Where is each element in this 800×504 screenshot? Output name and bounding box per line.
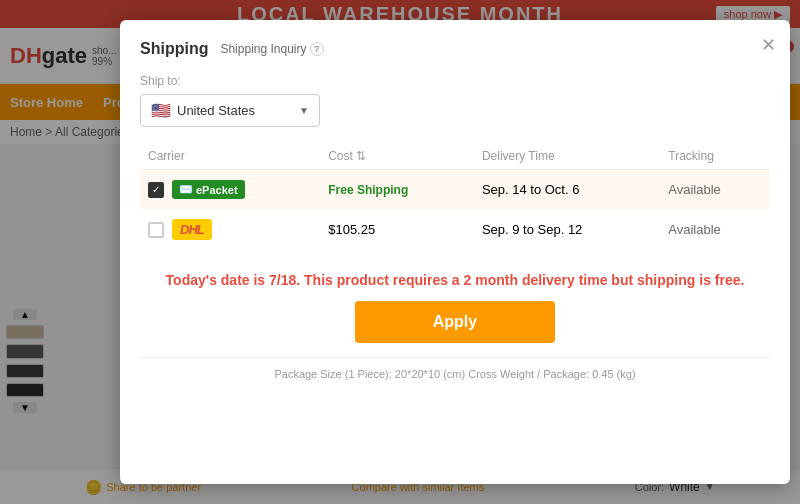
shipping-inquiry[interactable]: Shipping Inquiry ? (220, 42, 323, 56)
carrier-cell-dhl: DHL (140, 209, 320, 250)
modal-title: Shipping (140, 40, 208, 58)
epacket-logo: ✉️ ePacket (172, 180, 245, 199)
col-cost: Cost ⇅ (320, 143, 474, 170)
modal-close-button[interactable]: ✕ (761, 34, 776, 56)
shipping-table: Carrier Cost ⇅ Delivery Time Tracking ✓ … (140, 143, 770, 250)
col-tracking: Tracking (660, 143, 770, 170)
tracking-cell-dhl: Available (660, 209, 770, 250)
help-icon[interactable]: ? (310, 42, 324, 56)
row-checkbox-dhl[interactable] (148, 222, 164, 238)
col-carrier: Carrier (140, 143, 320, 170)
ship-to-label: Ship to: (140, 74, 770, 88)
col-delivery: Delivery Time (474, 143, 660, 170)
cost-cell-dhl: $105.25 (320, 209, 474, 250)
tracking-cell-epacket: Available (660, 170, 770, 210)
row-checkbox-epacket[interactable]: ✓ (148, 182, 164, 198)
shipping-modal: Shipping Shipping Inquiry ? ✕ Ship to: 🇺… (120, 20, 790, 484)
cost-cell-epacket: Free Shipping (320, 170, 474, 210)
country-chevron-icon: ▼ (299, 105, 309, 116)
package-info: Package Size (1 Piece): 20*20*10 (cm) Cr… (140, 357, 770, 380)
table-row: DHL $105.25 Sep. 9 to Sep. 12 Available (140, 209, 770, 250)
delivery-cell-dhl: Sep. 9 to Sep. 12 (474, 209, 660, 250)
delivery-cell-epacket: Sep. 14 to Oct. 6 (474, 170, 660, 210)
dhl-logo: DHL (172, 219, 212, 240)
country-name: United States (177, 103, 293, 118)
info-message: Today's date is 7/18. This product requi… (140, 260, 770, 301)
carrier-cell-epacket: ✓ ✉️ ePacket (140, 170, 320, 210)
free-shipping-text: Free Shipping (328, 183, 408, 197)
country-selector[interactable]: 🇺🇸 United States ▼ (140, 94, 320, 127)
modal-header: Shipping Shipping Inquiry ? (140, 40, 770, 58)
table-row: ✓ ✉️ ePacket Free Shipping Sep. 14 to Oc… (140, 170, 770, 210)
country-flag: 🇺🇸 (151, 101, 171, 120)
apply-button[interactable]: Apply (355, 301, 555, 343)
